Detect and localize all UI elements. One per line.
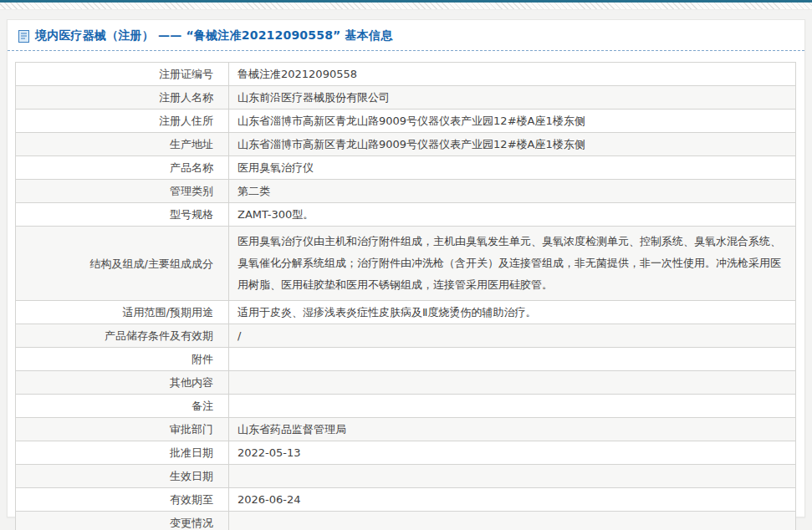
row-label: 注册人住所 xyxy=(16,110,229,133)
row-label: 适用范围/预期用途 xyxy=(16,301,229,324)
row-value: 山东省淄博市高新区青龙山路9009号仪器仪表产业园12#楼A座1楼东侧 xyxy=(229,133,796,156)
table-row: 其他内容 xyxy=(16,371,796,395)
row-label-text: 其他内容 xyxy=(170,376,213,389)
table-row: 审批部门山东省药品监督管理局 xyxy=(16,418,796,441)
row-label-text: 批准日期 xyxy=(170,446,213,459)
table-row: 注册人住所山东省淄博市高新区青龙山路9009号仪器仪表产业园12#楼A座1楼东侧 xyxy=(16,110,796,133)
row-label: 管理类别 xyxy=(16,180,229,203)
row-value: 山东前沿医疗器械股份有限公司 xyxy=(229,86,796,110)
row-label-text: 生产地址 xyxy=(170,138,213,150)
row-label: 批准日期 xyxy=(16,441,229,465)
table-row: 批准日期2022-05-13 xyxy=(16,441,796,465)
row-value: 山东省药品监督管理局 xyxy=(229,418,796,441)
table-row: 型号规格ZAMT-300型。 xyxy=(16,203,796,227)
table-row: 生效日期 xyxy=(16,465,796,488)
row-value: 医用臭氧治疗仪 xyxy=(229,156,796,180)
row-label-text: 生效日期 xyxy=(170,470,213,482)
row-value: 适用于皮炎、湿疹浅表炎症性皮肤病及Ⅱ度烧烫伤的辅助治疗。 xyxy=(229,301,796,324)
row-value: 山东省淄博市高新区青龙山路9009号仪器仪表产业园12#楼A座1楼东侧 xyxy=(229,110,796,133)
row-label-text: 审批部门 xyxy=(170,423,213,436)
page-title: 境内医疗器械（注册） —— “鲁械注准20212090558” 基本信息 xyxy=(35,28,392,43)
row-label: 型号规格 xyxy=(16,203,229,227)
row-value: 鲁械注准20212090558 xyxy=(229,63,796,86)
info-table: 注册证编号鲁械注准20212090558注册人名称山东前沿医疗器械股份有限公司注… xyxy=(15,62,796,530)
row-label-text: 注册人名称 xyxy=(159,91,213,104)
row-label-text: 有效期至 xyxy=(170,493,213,506)
row-label: 产品名称 xyxy=(16,156,229,180)
table-row: 注册人名称山东前沿医疗器械股份有限公司 xyxy=(16,86,796,110)
row-value: / xyxy=(229,324,796,348)
row-value xyxy=(229,371,796,395)
row-label-text: 产品储存条件及有效期 xyxy=(105,329,213,342)
table-row: 有效期至2026-06-24 xyxy=(16,488,796,512)
row-label-text: 附件 xyxy=(192,353,213,365)
table-row: 生产地址山东省淄博市高新区青龙山路9009号仪器仪表产业园12#楼A座1楼东侧 xyxy=(16,133,796,156)
row-label-text: 结构及组成/主要组成成分 xyxy=(90,257,213,270)
row-label-text: 产品名称 xyxy=(170,161,213,174)
table-row: 适用范围/预期用途适用于皮炎、湿疹浅表炎症性皮肤病及Ⅱ度烧烫伤的辅助治疗。 xyxy=(16,301,796,324)
content-panel: 境内医疗器械（注册） —— “鲁械注准20212090558” 基本信息 注册证… xyxy=(7,19,805,517)
row-label-text: 型号规格 xyxy=(170,208,213,221)
info-table-body: 注册证编号鲁械注准20212090558注册人名称山东前沿医疗器械股份有限公司注… xyxy=(16,63,796,530)
row-label: 注册人名称 xyxy=(16,86,229,110)
row-label-text: 备注 xyxy=(192,400,213,412)
row-value xyxy=(229,512,796,530)
row-label: 变更情况 xyxy=(16,512,229,530)
row-value: 第二类 xyxy=(229,180,796,203)
row-label: 其他内容 xyxy=(16,371,229,395)
row-value xyxy=(229,348,796,371)
page-header: 境内医疗器械（注册） —— “鲁械注准20212090558” 基本信息 xyxy=(8,20,804,51)
row-value: 医用臭氧治疗仪由主机和治疗附件组成，主机由臭氧发生单元、臭氧浓度检测单元、控制系… xyxy=(229,227,796,301)
document-icon xyxy=(18,30,29,43)
table-row: 产品名称医用臭氧治疗仪 xyxy=(16,156,796,180)
row-value: 2022-05-13 xyxy=(229,441,796,465)
row-value: ZAMT-300型。 xyxy=(229,203,796,227)
row-label: 生产地址 xyxy=(16,133,229,156)
row-label: 产品储存条件及有效期 xyxy=(16,324,229,348)
table-row: 备注 xyxy=(16,395,796,418)
table-row: 产品储存条件及有效期/ xyxy=(16,324,796,348)
row-label: 有效期至 xyxy=(16,488,229,512)
table-row: 变更情况 xyxy=(16,512,796,530)
row-label: 附件 xyxy=(16,348,229,371)
table-row: 附件 xyxy=(16,348,796,371)
row-label: 结构及组成/主要组成成分 xyxy=(16,227,229,301)
row-value: 2026-06-24 xyxy=(229,488,796,512)
row-value xyxy=(229,395,796,418)
row-label: 注册证编号 xyxy=(16,63,229,86)
row-label-text: 管理类别 xyxy=(170,185,213,197)
table-row: 注册证编号鲁械注准20212090558 xyxy=(16,63,796,86)
row-label-text: 变更情况 xyxy=(170,517,213,529)
row-label: 审批部门 xyxy=(16,418,229,441)
decorative-hatch-strip xyxy=(0,3,812,10)
row-label: 生效日期 xyxy=(16,465,229,488)
row-label-text: 适用范围/预期用途 xyxy=(123,306,213,319)
row-label-text: 注册证编号 xyxy=(159,68,213,80)
row-label: 备注 xyxy=(16,395,229,418)
table-row: 管理类别第二类 xyxy=(16,180,796,203)
row-label-text: 注册人住所 xyxy=(159,115,213,127)
table-row: 结构及组成/主要组成成分医用臭氧治疗仪由主机和治疗附件组成，主机由臭氧发生单元、… xyxy=(16,227,796,301)
row-value xyxy=(229,465,796,488)
